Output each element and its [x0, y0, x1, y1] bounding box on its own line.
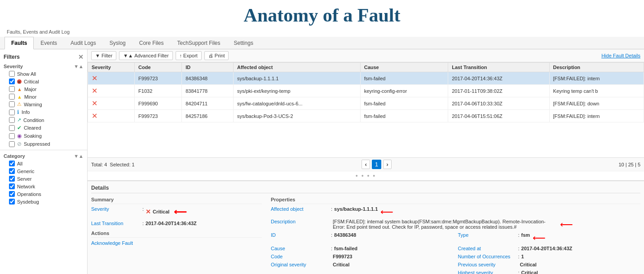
details-section: Details Summary Severity : ✕ Critical ⟵ — [88, 180, 644, 274]
severity-arrow: ⟵ — [174, 206, 187, 217]
checkbox-cat-all[interactable] — [9, 161, 15, 166]
category-filter-icon[interactable]: ▼▲ — [74, 153, 84, 159]
tab-techsupport-files[interactable]: TechSupport Files — [170, 37, 227, 49]
occurrences-value: 1 — [521, 254, 524, 259]
sidebar-item-sysdebug[interactable]: Sysdebug — [0, 198, 87, 205]
desc-cell: [FSM:FAILED]: intern — [549, 110, 644, 122]
checkbox-minor[interactable] — [9, 94, 15, 100]
sidebar-item-soaking[interactable]: ◉ Soaking — [0, 132, 87, 140]
sidebar-item-label: Minor — [24, 94, 37, 100]
dots-separator: • • • • — [88, 171, 644, 180]
table-row[interactable]: ✕ F999723 84386348 sys/backup-1.1.1.1 fs… — [88, 72, 644, 85]
summary-subtitle: Summary — [91, 197, 262, 204]
sidebar-item-show-all[interactable]: Show All — [0, 70, 87, 78]
pagination-nav: ‹ 1 › — [362, 160, 391, 169]
code-value: F999723 — [333, 254, 352, 259]
prev-page-button[interactable]: ‹ — [362, 160, 370, 169]
checkbox-cat-operations[interactable] — [9, 191, 15, 197]
checkbox-major[interactable] — [9, 86, 15, 92]
sidebar-item-operations[interactable]: Operations — [0, 190, 87, 198]
last-transition-value: 2017-04-20T14:36:43Z — [146, 221, 197, 226]
previous-severity-value: Critical — [520, 262, 537, 267]
page-size-options: 10 | 25 | 5 — [618, 162, 640, 167]
checkbox-show-all[interactable] — [9, 71, 15, 77]
checkbox-cat-network[interactable] — [9, 183, 15, 189]
checkbox-cleared[interactable] — [9, 125, 15, 131]
page-subtitle: Faults, Events and Audit Log — [0, 28, 644, 37]
sidebar-item-suppressed[interactable]: ⊘ Suppressed — [0, 140, 87, 148]
code-cell: F999723 — [135, 110, 182, 122]
critical-icon: ✕ — [92, 112, 97, 120]
table-row[interactable]: ✕ F1032 83841778 sys/pki-ext/keyring-tem… — [88, 85, 644, 97]
tab-audit-logs[interactable]: Audit Logs — [64, 37, 103, 49]
sidebar-item-minor[interactable]: ▲ Minor — [0, 93, 87, 100]
sidebar-item-condition[interactable]: ↗ Condition — [0, 116, 87, 124]
severity-cell: ✕ — [88, 110, 135, 122]
last-transition-label: Last Transition — [91, 221, 141, 226]
checkbox-warning[interactable] — [9, 101, 15, 107]
sidebar-item-all[interactable]: All — [0, 160, 87, 167]
checkbox-suppressed[interactable] — [9, 141, 15, 147]
condition-icon: ↗ — [17, 117, 21, 123]
transition-cell: 2017-04-06T10:33:30Z — [448, 97, 549, 110]
tab-events[interactable]: Events — [34, 37, 64, 49]
info-icon: ℹ — [17, 109, 19, 115]
tab-syslog[interactable]: Syslog — [103, 37, 132, 49]
sidebar-item-generic[interactable]: Generic — [0, 167, 87, 175]
sidebar-title: Filters — [4, 54, 20, 60]
checkbox-info[interactable] — [9, 109, 15, 115]
tab-faults[interactable]: Faults — [4, 37, 34, 49]
sidebar-item-server[interactable]: Server — [0, 175, 87, 183]
cause-value: fsm-failed — [334, 246, 357, 251]
id-value: 84386348 — [334, 232, 356, 238]
sidebar-item-major[interactable]: ▲ Major — [0, 85, 87, 93]
export-icon: ↑ — [180, 53, 182, 58]
col-cause: Cause — [360, 63, 448, 72]
sidebar-item-warning[interactable]: ⚠ Warning — [0, 100, 87, 108]
table-row[interactable]: ✕ F999690 84204711 sys/fw-catalogue/dnld… — [88, 97, 644, 110]
severity-cell: ✕ — [88, 72, 135, 85]
severity-cell: ✕ — [88, 85, 135, 97]
severity-filter-icon[interactable]: ▼▲ — [74, 64, 84, 69]
sidebar-close-icon[interactable]: ✕ — [78, 53, 84, 61]
sidebar-item-critical[interactable]: ✕ Critical — [0, 78, 87, 85]
sidebar-item-label: Info — [22, 109, 30, 115]
tab-settings[interactable]: Settings — [227, 37, 260, 49]
cause-cell: fsm-failed — [360, 97, 448, 110]
checkbox-condition[interactable] — [9, 117, 15, 123]
checkbox-cat-generic[interactable] — [9, 168, 15, 174]
checkbox-soaking[interactable] — [9, 133, 15, 139]
hide-fault-details-button[interactable]: Hide Fault Details — [601, 53, 640, 58]
sidebar-item-network[interactable]: Network — [0, 183, 87, 190]
affected-object-value: sys/backup-1.1.1.1 — [334, 206, 378, 212]
acknowledge-fault-link[interactable]: Acknowledge Fault — [91, 240, 133, 246]
properties-subtitle: Properties — [271, 197, 640, 204]
filter-button[interactable]: ▼ Filter — [91, 51, 116, 60]
next-page-button[interactable]: › — [383, 160, 391, 169]
desc-cell: [FSM:FAILED]: down — [549, 97, 644, 110]
checkbox-critical[interactable] — [9, 78, 15, 84]
sidebar-item-label: Cleared — [24, 125, 41, 130]
export-button[interactable]: ↑ Export — [176, 51, 202, 60]
id-cell: 84386348 — [182, 72, 234, 85]
cause-cell: fsm-failed — [360, 110, 448, 122]
sidebar-item-cleared[interactable]: ✔ Cleared — [0, 124, 87, 132]
tab-core-files[interactable]: Core Files — [132, 37, 171, 49]
sidebar: Filters ✕ Severity ▼▲ Show All ✕ Critica… — [0, 49, 88, 274]
advanced-filter-button[interactable]: ▼▲ Advanced Filter — [119, 51, 172, 60]
checkbox-cat-server[interactable] — [9, 176, 15, 182]
sidebar-item-label: Network — [17, 184, 35, 189]
affected-cell: sys/pki-ext/keyring-temp — [233, 85, 360, 97]
soaking-icon: ◉ — [17, 133, 22, 139]
table-row[interactable]: ✕ F999723 84257186 sys/backup-Pod-3-UCS-… — [88, 110, 644, 122]
actions-subsection: Actions Acknowledge Fault — [91, 231, 262, 246]
severity-detail-label: Severity — [91, 206, 141, 212]
print-button[interactable]: 🖨 Print — [204, 51, 229, 60]
cause-cell: fsm-failed — [360, 72, 448, 85]
page-1-button[interactable]: 1 — [372, 160, 381, 169]
pagination-bar: Total: 4 Selected: 1 ‹ 1 › 10 | 25 | 5 — [88, 157, 644, 171]
created-at-label: Created at — [458, 246, 516, 251]
code-label: Code — [271, 254, 329, 259]
sidebar-item-info[interactable]: ℹ Info — [0, 108, 87, 116]
checkbox-cat-sysdebug[interactable] — [9, 199, 15, 204]
